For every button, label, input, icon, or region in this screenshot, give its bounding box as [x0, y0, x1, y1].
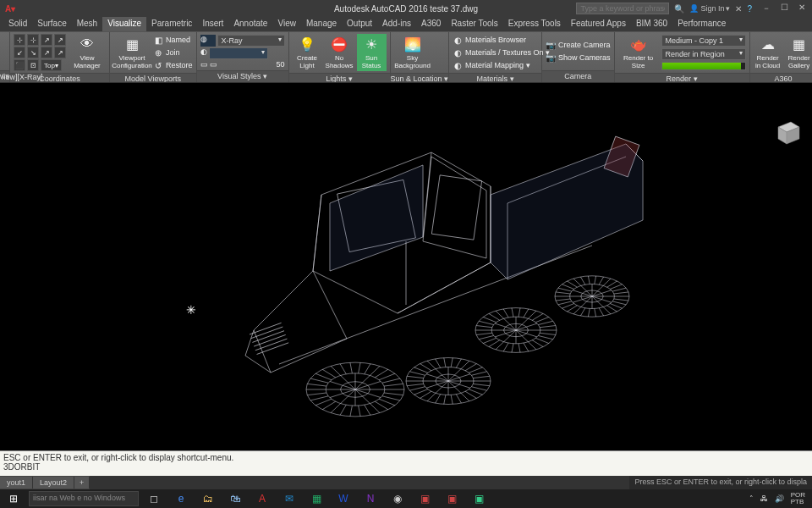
layout-tab-2[interactable]: +: [74, 477, 90, 489]
row-material-mapping-[interactable]: ◐Material Mapping ▾: [453, 59, 550, 71]
row-materials-browser[interactable]: ◐Materials Browser: [453, 34, 550, 46]
app-icon[interactable]: ▣: [413, 490, 436, 507]
row-restore[interactable]: ↺Restore: [153, 59, 193, 71]
svg-line-136: [540, 326, 556, 328]
maximize-icon[interactable]: ☐: [781, 3, 788, 14]
svg-line-73: [420, 391, 431, 398]
svg-line-37: [331, 366, 341, 375]
system-tray[interactable]: ˄ 🖧 🔊 POR PTB: [749, 492, 810, 505]
render-to-size-button[interactable]: 🫖 Render to Size: [618, 34, 659, 71]
svg-line-70: [444, 395, 446, 404]
svg-line-7: [252, 331, 284, 343]
minimize-icon[interactable]: －: [762, 3, 771, 14]
svg-line-9: [255, 339, 288, 351]
network-icon[interactable]: 🖧: [760, 494, 768, 503]
layout-tab-1[interactable]: Layout2: [33, 477, 74, 489]
tab-a360[interactable]: A360: [416, 17, 446, 31]
onenote-icon[interactable]: N: [359, 490, 382, 507]
tab-bim-360[interactable]: BIM 360: [631, 17, 672, 31]
sky-background-button[interactable]: 🌅 Sky Background: [394, 34, 431, 71]
row-materials-textures-on-[interactable]: ◐Materials / Textures On ▾: [453, 47, 550, 58]
render-in-cloud-button[interactable]: ☁Render in Cloud: [754, 34, 782, 71]
viewcube[interactable]: [770, 117, 804, 151]
chrome-icon[interactable]: ◉: [386, 490, 409, 507]
tab-solid[interactable]: Solid: [3, 17, 32, 31]
svg-line-133: [532, 313, 543, 320]
tab-parametric[interactable]: Parametric: [146, 17, 197, 31]
coord-icon[interactable]: ⊹: [14, 34, 25, 46]
tab-visualize[interactable]: Visualize: [102, 17, 146, 31]
tab-raster-tools[interactable]: Raster Tools: [446, 17, 502, 31]
lang-indicator[interactable]: POR PTB: [791, 492, 805, 505]
svg-line-156: [607, 306, 617, 312]
autocad-icon[interactable]: A: [250, 490, 274, 507]
close-icon[interactable]: ✕: [798, 3, 805, 14]
exchange-icon[interactable]: ✕: [735, 4, 742, 14]
visual-style-dropdown[interactable]: X-Ray: [217, 35, 285, 47]
tab-add-ins[interactable]: Add-ins: [377, 17, 416, 31]
volume-icon[interactable]: 🔊: [775, 494, 784, 503]
excel-icon[interactable]: ▦: [304, 490, 328, 507]
svg-line-177: [603, 279, 611, 285]
app-menu-icon[interactable]: A▾: [5, 4, 15, 14]
tab-mesh[interactable]: Mesh: [72, 17, 102, 31]
style-preview-icon[interactable]: ◍: [200, 35, 216, 47]
store-icon[interactable]: 🛍: [223, 490, 247, 507]
svg-rect-3: [431, 175, 481, 240]
svg-line-64: [471, 387, 486, 390]
cortana-search[interactable]: iisar na Web e no Windows: [29, 491, 139, 506]
svg-line-10: [257, 343, 289, 355]
search-icon[interactable]: 🔍: [674, 4, 684, 14]
tab-performance[interactable]: Performance: [672, 17, 731, 31]
tab-featured-apps[interactable]: Featured Apps: [566, 17, 631, 31]
tab-surface[interactable]: Surface: [32, 17, 71, 31]
app3-icon[interactable]: ▣: [467, 490, 491, 507]
status-hint: Press ESC or ENTER to exit, or right-cli…: [629, 476, 812, 489]
svg-line-44: [379, 373, 395, 380]
svg-line-180: [612, 288, 626, 291]
sun-status-button[interactable]: ☀Sun Status: [357, 34, 387, 71]
create-light-button[interactable]: 💡Create Light: [293, 34, 322, 71]
no-shadows-button[interactable]: ⛔No Shadows: [325, 34, 354, 71]
svg-line-165: [558, 301, 572, 305]
edge-icon[interactable]: e: [169, 490, 193, 507]
tab-insert[interactable]: Insert: [197, 17, 228, 31]
row-create-camera[interactable]: 📷Create Camera: [546, 39, 611, 51]
render-preset-dropdown[interactable]: Medium - Copy 1: [661, 35, 746, 47]
svg-line-103: [448, 374, 470, 381]
command-line[interactable]: ESC or ENTER to exit, or right-click to …: [0, 450, 812, 476]
svg-line-74: [414, 389, 428, 395]
svg-line-58: [355, 381, 381, 389]
svg-line-80: [414, 367, 428, 373]
app2-icon[interactable]: ▣: [440, 490, 464, 507]
opacity-input[interactable]: [209, 47, 268, 59]
viewport-config-button[interactable]: ▦ Viewport Configuration: [113, 34, 151, 71]
tab-express-tools[interactable]: Express Tools: [503, 17, 566, 31]
signin-button[interactable]: 👤 Sign In ▾: [689, 4, 730, 13]
start-button[interactable]: ⊞: [2, 490, 25, 507]
viewport-label[interactable]: /iew][X-Ray]: [2, 73, 43, 81]
viewport-3d[interactable]: ✳: [0, 83, 812, 459]
outlook-icon[interactable]: ✉: [277, 490, 301, 507]
svg-line-18: [384, 393, 403, 395]
word-icon[interactable]: W: [332, 490, 355, 507]
render-gallery-button[interactable]: ▦Render Gallery: [785, 34, 812, 71]
help-icon[interactable]: ?: [747, 4, 752, 14]
row-show-cameras[interactable]: 📷Show Cameras: [546, 52, 611, 64]
view-manager-button[interactable]: 👁 View Manager: [69, 34, 106, 71]
row-join[interactable]: ⊕Join: [153, 47, 193, 58]
help-search-input[interactable]: [576, 3, 669, 14]
tab-output[interactable]: Output: [342, 17, 377, 31]
tab-view[interactable]: View: [272, 17, 301, 31]
task-view-icon[interactable]: ◻: [142, 490, 166, 507]
layout-tab-0[interactable]: yout1: [0, 477, 33, 489]
render-region-dropdown[interactable]: Render in Region: [661, 48, 746, 60]
tab-manage[interactable]: Manage: [301, 17, 342, 31]
tab-annotate[interactable]: Annotate: [228, 17, 272, 31]
tray-up-icon[interactable]: ˄: [749, 494, 754, 503]
svg-line-109: [538, 335, 553, 339]
explorer-icon[interactable]: 🗂: [196, 490, 220, 507]
svg-line-66: [465, 391, 476, 398]
row-named[interactable]: ◧Named: [153, 34, 193, 46]
svg-line-82: [427, 361, 436, 369]
